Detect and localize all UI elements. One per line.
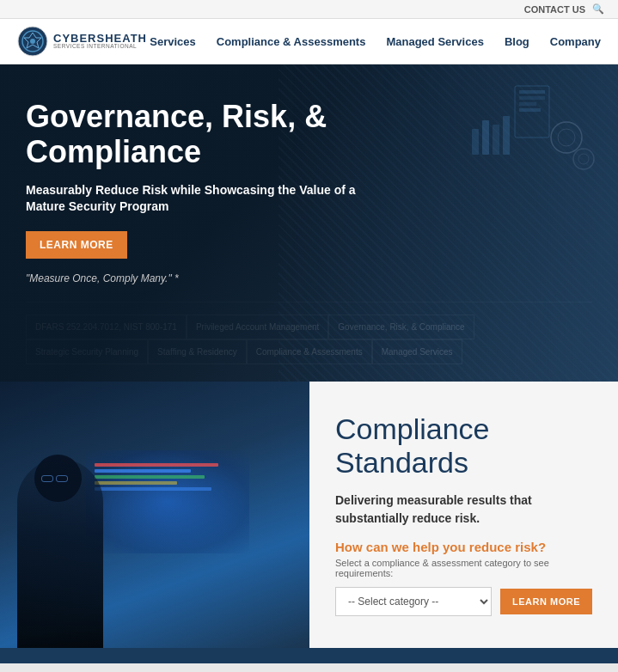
compliance-learn-more-button[interactable]: LEARN MORE — [500, 589, 592, 614]
logo[interactable]: CYBER SHEATH SERVICES INTERNATIONAL — [17, 26, 147, 57]
hero-content: Governance, Risk, & Compliance Measurabl… — [26, 99, 387, 284]
svg-rect-5 — [519, 90, 545, 94]
nav-blog[interactable]: Blog — [505, 35, 529, 48]
nav-services[interactable]: Services — [150, 35, 196, 48]
svg-point-9 — [551, 122, 582, 153]
nav-compliance[interactable]: Compliance & Assessments — [217, 35, 366, 48]
compliance-question: How can we help you reduce risk? — [335, 540, 592, 554]
nav-links: Services Compliance & Assessments Manage… — [150, 34, 601, 49]
svg-rect-7 — [519, 102, 536, 106]
search-icon[interactable]: 🔍 — [592, 3, 604, 15]
hero-title: Governance, Risk, & Compliance — [26, 99, 387, 170]
svg-rect-16 — [503, 116, 510, 155]
hero-section: Governance, Risk, & Compliance Measurabl… — [0, 64, 618, 382]
lower-content: Compliance Standards Delivering measurab… — [309, 382, 618, 648]
footer-bar — [0, 648, 618, 663]
svg-point-3 — [30, 39, 35, 44]
hero-learn-more-button[interactable]: LEARN MORE — [26, 231, 127, 259]
lower-section: Compliance Standards Delivering measurab… — [0, 382, 618, 648]
top-bar: CONTACT US 🔍 — [0, 0, 618, 19]
category-select[interactable]: -- Select category -- — [335, 587, 492, 616]
logo-icon — [17, 26, 48, 57]
svg-point-10 — [558, 129, 575, 146]
svg-point-12 — [578, 154, 589, 164]
compliance-title: Compliance Standards — [335, 412, 592, 480]
svg-rect-13 — [472, 129, 479, 155]
svg-rect-15 — [493, 125, 499, 155]
nav-managed[interactable]: Managed Services — [386, 35, 483, 48]
hero-subtitle: Measurably Reduce Risk while Showcasing … — [26, 182, 387, 216]
contact-us-link[interactable]: CONTACT US — [524, 4, 585, 15]
svg-rect-14 — [482, 120, 489, 155]
main-nav: CYBER SHEATH SERVICES INTERNATIONAL Serv… — [0, 19, 618, 64]
lower-image — [0, 382, 309, 648]
svg-point-11 — [573, 149, 594, 169]
hero-deco-shapes — [463, 77, 601, 198]
compliance-select-label: Select a compliance & assessment categor… — [335, 558, 592, 578]
compliance-form: -- Select category -- LEARN MORE — [335, 587, 592, 616]
compliance-subtitle: Delivering measurable results that subst… — [335, 492, 592, 528]
logo-text: CYBER SHEATH SERVICES INTERNATIONAL — [53, 33, 147, 50]
svg-rect-8 — [519, 108, 541, 112]
hero-quote: "Measure Once, Comply Many." * — [26, 272, 387, 284]
svg-rect-6 — [519, 96, 545, 100]
nav-company[interactable]: Company — [550, 35, 601, 48]
